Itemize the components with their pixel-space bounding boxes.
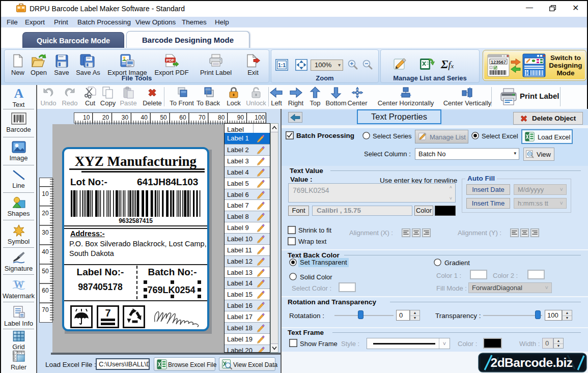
svg-text:10: 10 [42,190,49,197]
svg-text:20: 20 [102,114,109,121]
svg-text:40: 40 [141,114,148,121]
svg-text:1:1: 1:1 [278,62,286,68]
svg-text:30: 30 [42,229,49,236]
svg-text:123567: 123567 [491,60,506,65]
svg-text:50: 50 [42,268,49,275]
svg-text:PDF: PDF [166,58,175,63]
svg-text:80: 80 [218,114,225,121]
svg-text:70: 70 [199,114,206,121]
svg-text:70: 70 [42,306,49,313]
svg-text:A: A [14,87,23,100]
svg-text:2dBarcode.biz: 2dBarcode.biz [491,356,573,369]
svg-text:10: 10 [83,114,90,121]
svg-text:30: 30 [122,114,129,121]
svg-text:60: 60 [179,114,186,121]
svg-text:50: 50 [160,114,167,121]
svg-text:90: 90 [237,114,244,121]
svg-text:20: 20 [42,210,49,217]
svg-text:100: 100 [255,114,265,121]
svg-text:40: 40 [42,248,49,255]
svg-text:7: 7 [105,307,110,319]
svg-text:60: 60 [42,287,49,294]
